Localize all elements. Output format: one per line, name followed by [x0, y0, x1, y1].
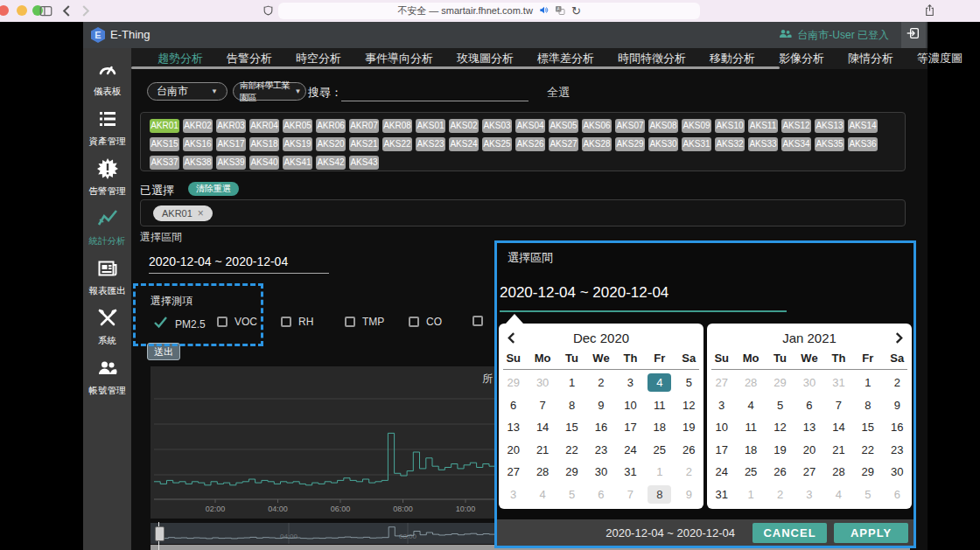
logout-button[interactable]: [901, 22, 926, 48]
station-chip[interactable]: AKS19: [283, 137, 312, 151]
day-cell[interactable]: 2: [586, 372, 615, 394]
day-cell[interactable]: 5: [853, 484, 882, 506]
day-cell[interactable]: 26: [675, 439, 704, 462]
station-chip[interactable]: AKS43: [349, 156, 379, 170]
day-cell[interactable]: 2: [766, 484, 794, 506]
station-chip[interactable]: AKS11: [748, 119, 778, 133]
sidebar-item-list[interactable]: 資產管理: [83, 108, 131, 158]
day-cell[interactable]: 3: [707, 394, 736, 417]
search-input[interactable]: [341, 86, 528, 101]
station-chip[interactable]: AKS22: [382, 137, 412, 151]
day-cell[interactable]: 23: [883, 439, 912, 462]
translate-icon[interactable]: A: [555, 5, 565, 17]
day-cell[interactable]: 19: [766, 439, 794, 462]
nav-tab[interactable]: 事件導向分析: [365, 51, 433, 66]
day-cell[interactable]: 25: [645, 439, 674, 462]
reload-icon[interactable]: ↻: [571, 5, 581, 17]
share-icon[interactable]: [924, 3, 935, 17]
day-cell[interactable]: 3: [794, 484, 823, 506]
day-cell[interactable]: 10: [707, 416, 736, 439]
station-chip[interactable]: AKS04: [515, 119, 545, 133]
station-chip[interactable]: AKR07: [349, 119, 379, 133]
day-cell[interactable]: 6: [794, 394, 823, 417]
station-chip[interactable]: AKS37: [150, 156, 179, 170]
station-chip[interactable]: AKS26: [515, 137, 545, 151]
day-cell[interactable]: 11: [736, 416, 765, 439]
day-cell[interactable]: 21: [528, 439, 556, 462]
station-chip[interactable]: AKS01: [416, 119, 445, 133]
measure-RH[interactable]: RH: [281, 316, 313, 328]
day-cell[interactable]: 17: [707, 439, 736, 462]
station-chip[interactable]: AKS29: [615, 137, 645, 151]
station-chip[interactable]: AKR01: [150, 119, 179, 133]
station-chip[interactable]: AKR08: [382, 119, 412, 133]
day-cell[interactable]: 16: [586, 416, 615, 439]
day-cell[interactable]: 30: [528, 372, 556, 394]
nav-tab[interactable]: 玫瑰圖分析: [457, 51, 514, 66]
sidebar-item-report[interactable]: 報表匯出: [83, 258, 131, 308]
nav-tab[interactable]: 標準差分析: [537, 51, 594, 66]
nav-tab[interactable]: 陳情分析: [848, 51, 893, 66]
nav-tab[interactable]: 告警分析: [227, 51, 272, 66]
day-cell[interactable]: 27: [707, 372, 736, 394]
day-cell[interactable]: 31: [824, 372, 853, 394]
station-chip[interactable]: AKS34: [781, 137, 811, 151]
day-cell[interactable]: 13: [499, 416, 528, 439]
forward-icon[interactable]: [80, 5, 91, 17]
chevron-right-icon[interactable]: [895, 331, 903, 348]
day-cell[interactable]: 26: [766, 461, 794, 484]
day-cell[interactable]: 29: [766, 372, 794, 394]
measure-TMP[interactable]: TMP: [345, 316, 384, 328]
station-chip[interactable]: AKS12: [781, 119, 811, 133]
window-minimize-button[interactable]: [17, 5, 27, 16]
station-chip[interactable]: AKS36: [848, 137, 878, 151]
day-cell[interactable]: 2: [883, 372, 912, 394]
sidebar-item-alert-burst[interactable]: 告警管理: [83, 158, 131, 208]
day-cell[interactable]: 14: [528, 416, 556, 439]
day-cell[interactable]: 30: [883, 461, 912, 484]
day-cell[interactable]: 9: [883, 394, 912, 417]
navigator-slider-handle[interactable]: [155, 526, 164, 541]
day-cell[interactable]: 27: [499, 461, 528, 484]
day-cell[interactable]: 16: [883, 416, 912, 439]
station-chip[interactable]: AKS41: [283, 156, 312, 170]
day-cell[interactable]: 22: [557, 439, 586, 462]
station-chip[interactable]: AKS03: [482, 119, 512, 133]
station-chip[interactable]: AKS21: [349, 137, 379, 151]
day-cell[interactable]: 11: [645, 394, 674, 417]
station-chip[interactable]: AKS39: [216, 156, 246, 170]
sidebar-item-users[interactable]: 帳號管理: [83, 358, 131, 407]
station-chip[interactable]: AKS35: [815, 137, 844, 151]
station-chip[interactable]: AKS32: [715, 137, 745, 151]
day-cell[interactable]: 8: [853, 394, 882, 417]
district-dropdown[interactable]: 南部科學工業園區 ▼: [233, 82, 306, 101]
station-chip[interactable]: AKR06: [316, 119, 346, 133]
day-cell[interactable]: 29: [557, 461, 586, 484]
station-chip[interactable]: AKS02: [449, 119, 479, 133]
day-cell[interactable]: 6: [499, 394, 528, 417]
station-chip[interactable]: AKS28: [582, 137, 612, 151]
nav-tab[interactable]: 時間特徵分析: [618, 51, 686, 66]
day-cell[interactable]: 1: [557, 372, 586, 394]
station-chip[interactable]: AKS09: [682, 119, 711, 133]
day-cell[interactable]: 23: [586, 439, 615, 462]
day-cell[interactable]: 5: [675, 372, 704, 394]
shield-icon[interactable]: [262, 4, 274, 17]
station-chip[interactable]: AKR05: [283, 119, 312, 133]
day-cell[interactable]: 13: [794, 416, 823, 439]
day-cell[interactable]: 4: [824, 484, 853, 506]
checkbox[interactable]: [472, 316, 483, 326]
day-cell[interactable]: 4: [528, 484, 556, 506]
window-close-button[interactable]: [0, 5, 9, 16]
nav-tab[interactable]: 趨勢分析: [158, 51, 203, 66]
day-cell[interactable]: 30: [586, 461, 615, 484]
day-cell[interactable]: 29: [853, 461, 882, 484]
day-cell[interactable]: 1: [736, 484, 765, 506]
day-cell[interactable]: 24: [616, 439, 645, 462]
day-cell[interactable]: 28: [824, 461, 853, 484]
day-cell[interactable]: 27: [794, 461, 823, 484]
station-chip[interactable]: AKS07: [615, 119, 645, 133]
day-cell[interactable]: 9: [675, 484, 704, 506]
station-chip[interactable]: AKS30: [648, 137, 678, 151]
back-icon[interactable]: [61, 5, 72, 17]
